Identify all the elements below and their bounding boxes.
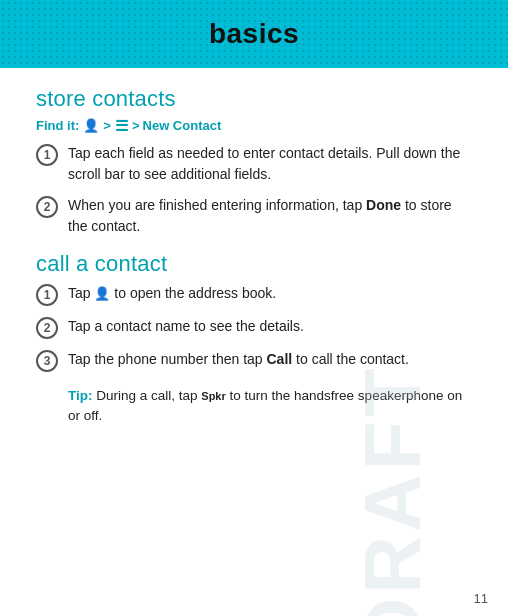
call-step-num-2: 2 — [36, 317, 58, 339]
store-step-2: 2 When you are finished entering informa… — [36, 195, 472, 237]
tip-text: During a call, tap Spkr to turn the hand… — [68, 388, 462, 423]
done-bold: Done — [366, 197, 401, 213]
store-contacts-title: store contacts — [36, 86, 472, 112]
step-text-1: Tap each field as needed to enter contac… — [68, 143, 472, 185]
call-step-text-1: Tap 👤 to open the address book. — [68, 283, 276, 304]
main-content: store contacts Find it: 👤 > ☰ > New Cont… — [0, 68, 508, 457]
step-num-2: 2 — [36, 196, 58, 218]
new-contact-label: New Contact — [143, 118, 222, 133]
store-contacts-steps: 1 Tap each field as needed to enter cont… — [36, 143, 472, 237]
arrow-1: > — [103, 118, 111, 133]
page-number: 11 — [474, 591, 488, 606]
person-icon: 👤 — [83, 118, 99, 133]
tip-label: Tip: — [68, 388, 93, 403]
find-it-label: Find it: — [36, 118, 79, 133]
store-step-1: 1 Tap each field as needed to enter cont… — [36, 143, 472, 185]
call-a-contact-section: call a contact 1 Tap 👤 to open the addre… — [36, 251, 472, 427]
lines-icon: ☰ — [115, 118, 128, 133]
page-title: basics — [209, 18, 299, 50]
person-icon-inline: 👤 — [94, 286, 110, 301]
call-step-num-3: 3 — [36, 350, 58, 372]
call-a-contact-title: call a contact — [36, 251, 472, 277]
step-text-2: When you are finished entering informati… — [68, 195, 472, 237]
spkr-label: Spkr — [201, 390, 225, 402]
tip-block: Tip: During a call, tap Spkr to turn the… — [68, 386, 472, 427]
call-step-3: 3 Tap the phone number then tap Call to … — [36, 349, 472, 372]
step-num-1: 1 — [36, 144, 58, 166]
call-bold: Call — [266, 351, 292, 367]
store-contacts-section: store contacts Find it: 👤 > ☰ > New Cont… — [36, 86, 472, 237]
call-step-1: 1 Tap 👤 to open the address book. — [36, 283, 472, 306]
find-it-line: Find it: 👤 > ☰ > New Contact — [36, 118, 472, 133]
call-step-text-2: Tap a contact name to see the details. — [68, 316, 304, 337]
arrow-2: > — [132, 118, 140, 133]
call-step-text-3: Tap the phone number then tap Call to ca… — [68, 349, 409, 370]
call-step-num-1: 1 — [36, 284, 58, 306]
call-contact-steps: 1 Tap 👤 to open the address book. 2 Tap … — [36, 283, 472, 372]
header-banner: basics — [0, 0, 508, 68]
call-step-2: 2 Tap a contact name to see the details. — [36, 316, 472, 339]
